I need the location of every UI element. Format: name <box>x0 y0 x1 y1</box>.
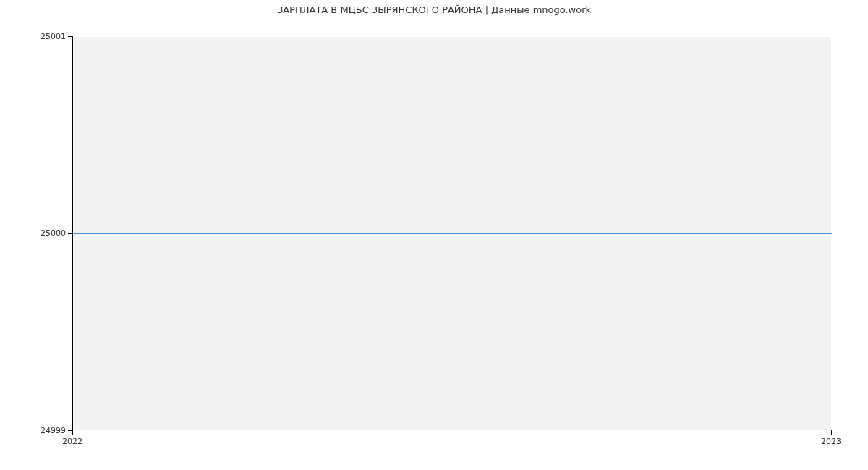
chart-title: ЗАРПЛАТА В МЦБС ЗЫРЯНСКОГО РАЙОНА | Данн… <box>0 4 868 15</box>
chart-container: ЗАРПЛАТА В МЦБС ЗЫРЯНСКОГО РАЙОНА | Данн… <box>0 0 868 470</box>
plot-area <box>72 36 832 430</box>
ytick-label-top: 25001 <box>33 32 66 41</box>
xtick-mark-left <box>72 430 73 435</box>
xtick-label-left: 2022 <box>62 437 82 446</box>
xtick-mark-right <box>831 430 832 435</box>
gridline-y-top <box>73 36 832 37</box>
ytick-mark-mid <box>68 233 72 234</box>
ytick-label-bot: 24999 <box>33 426 66 435</box>
ytick-label-mid: 25000 <box>33 228 66 238</box>
xtick-label-right: 2023 <box>821 437 841 446</box>
ytick-mark-top <box>68 36 72 37</box>
data-line <box>73 233 832 234</box>
